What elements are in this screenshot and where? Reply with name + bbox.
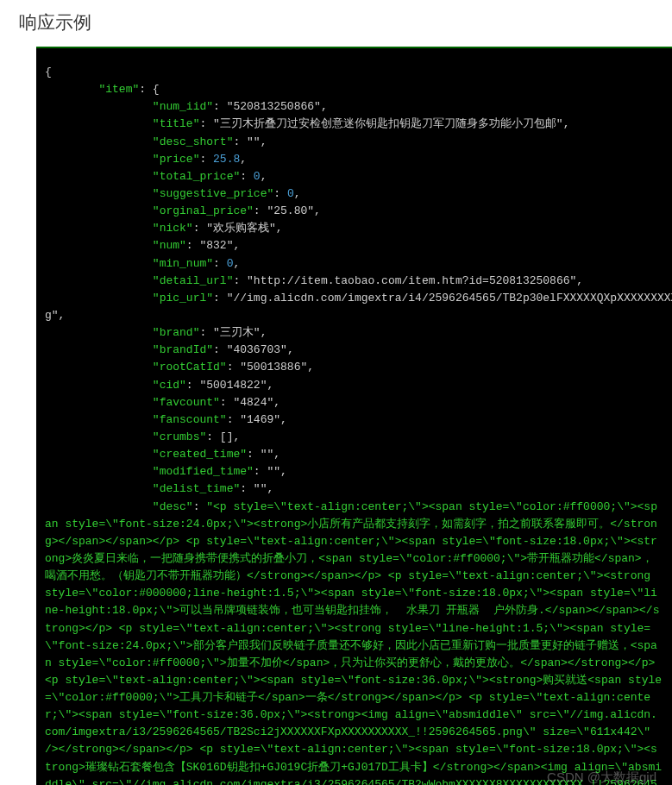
json-code-block: { "item": { "num_iid": "520813250866", "… <box>36 47 672 785</box>
section-heading: 响应示例 <box>0 0 672 47</box>
